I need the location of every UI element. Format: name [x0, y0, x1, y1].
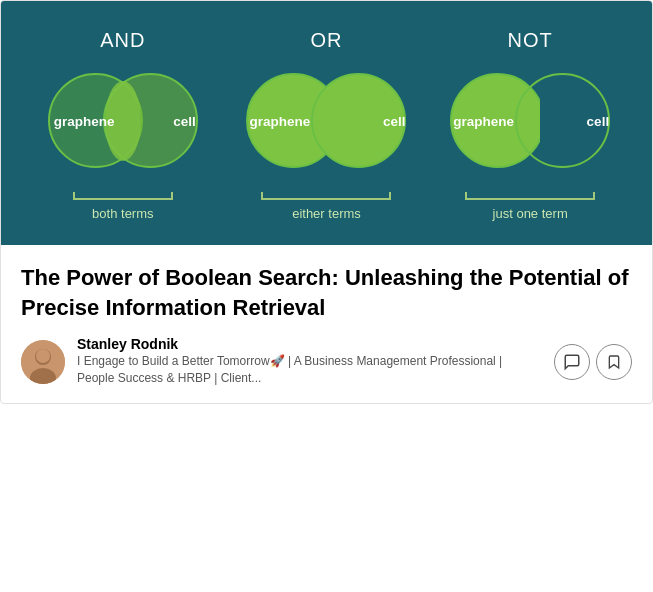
- and-venn: graphene cell: [38, 66, 208, 176]
- not-left-term: graphene: [453, 114, 514, 129]
- not-bracket: [465, 188, 595, 200]
- author-info: Stanley Rodnik I Engage to Build a Bette…: [77, 336, 542, 387]
- not-caption: just one term: [493, 206, 568, 221]
- author-name: Stanley Rodnik: [77, 336, 542, 352]
- and-label: AND: [100, 29, 145, 52]
- not-group: NOT graphene cell just one term: [445, 29, 615, 221]
- or-bracket: [261, 188, 391, 200]
- not-label: NOT: [508, 29, 553, 52]
- and-caption: both terms: [92, 206, 153, 221]
- not-right-term: cell: [587, 114, 610, 129]
- author-row: Stanley Rodnik I Engage to Build a Bette…: [21, 336, 632, 387]
- or-left-term: graphene: [249, 114, 310, 129]
- and-right-term: cell: [173, 114, 196, 129]
- reactions-icon: [563, 353, 581, 371]
- or-right-term: cell: [383, 114, 406, 129]
- content-area: The Power of Boolean Search: Unleashing …: [1, 245, 652, 403]
- reactions-button[interactable]: [554, 344, 590, 380]
- action-icons: [554, 344, 632, 380]
- article-title: The Power of Boolean Search: Unleashing …: [21, 263, 632, 322]
- or-group: OR graphene cell either terms: [241, 29, 411, 221]
- avatar-image: [21, 340, 65, 384]
- and-left-term: graphene: [54, 114, 115, 129]
- or-label: OR: [310, 29, 342, 52]
- and-group: AND graphene cell both terms: [38, 29, 208, 221]
- article-card: AND graphene cell both terms OR: [0, 0, 653, 404]
- save-button[interactable]: [596, 344, 632, 380]
- boolean-diagram: AND graphene cell both terms OR: [1, 1, 652, 245]
- save-icon: [606, 353, 622, 371]
- or-venn: graphene cell: [241, 66, 411, 176]
- and-bracket: [73, 188, 173, 200]
- not-venn: graphene cell: [445, 66, 615, 176]
- author-bio: I Engage to Build a Better Tomorrow🚀 | A…: [77, 353, 542, 387]
- or-caption: either terms: [292, 206, 361, 221]
- svg-point-3: [36, 349, 50, 363]
- avatar: [21, 340, 65, 384]
